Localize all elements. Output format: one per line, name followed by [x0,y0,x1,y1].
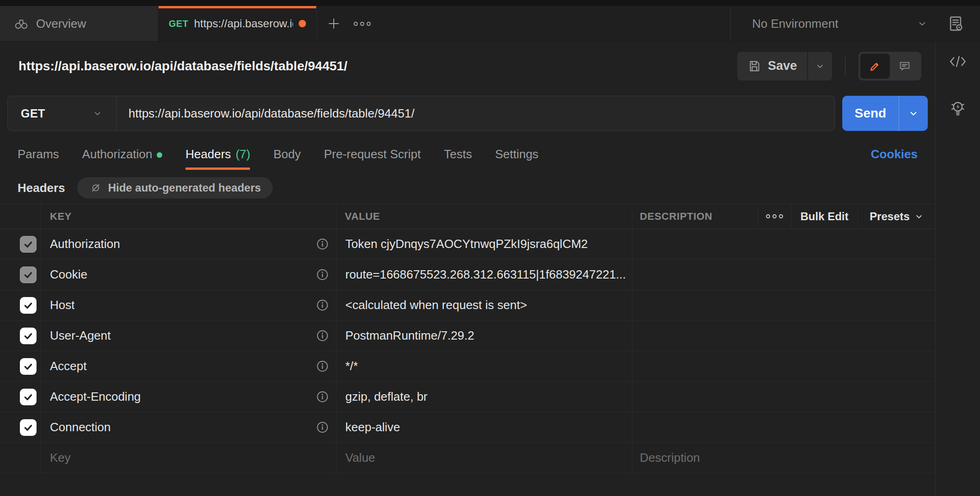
info-icon [316,238,329,250]
header-value: <calculated when request is sent> [345,298,527,312]
postman-app: Overview GET https://api.baserow.io/a No… [0,0,980,496]
header-row-user-agent: User-Agent PostmanRuntime/7.29.2 [0,321,935,351]
tab-label: Authorization [82,147,153,161]
info-icon [316,421,329,434]
header-value: keep-alive [345,420,400,434]
save-options-button[interactable] [808,52,832,81]
save-button[interactable]: Save [737,52,807,81]
row-checkbox[interactable] [20,297,37,314]
row-value-cell[interactable]: */* [337,351,632,381]
row-value-cell[interactable]: PostmanRuntime/7.29.2 [337,321,632,351]
tab-overview[interactable]: Overview [0,6,159,41]
tab-request-active[interactable]: GET https://api.baserow.io/a [159,6,317,41]
send-button[interactable]: Send [842,96,899,131]
save-icon [747,59,761,73]
row-description-cell[interactable] [632,382,935,412]
row-value-cell[interactable]: Token cjyDnqys7AOCYtnwqPZkI9jsra6qlCM2 [337,229,632,259]
checkmark-icon [23,239,34,250]
hide-auto-headers-label: Hide auto-generated headers [108,181,261,194]
row-key-cell[interactable]: User-Agent [41,321,337,351]
tab-params[interactable]: Params [18,136,59,172]
row-description-cell[interactable] [632,229,935,259]
header-key: Connection [50,420,111,434]
row-checkbox[interactable] [20,419,37,436]
row-value-cell[interactable]: gzip, deflate, br [337,382,632,412]
row-key-cell[interactable]: Accept-Encoding [41,382,337,412]
checkmark-icon [23,269,34,280]
send-options-button[interactable] [899,96,928,131]
overview-tab-label: Overview [36,17,86,31]
headers-table-body: Authorization Token cjyDnqys7AOCYtnwqPZk… [0,229,935,443]
save-button-label: Save [768,59,797,73]
row-checkbox[interactable] [20,236,37,253]
row-checkbox[interactable] [20,328,37,344]
request-url-field: GET [7,96,835,131]
row-description-cell [632,443,935,473]
request-tab-method: GET [169,19,189,29]
row-value-cell[interactable]: route=1668675523.268.312.663115|1f683924… [337,260,632,290]
header-key: Accept [50,359,87,373]
tab-label: Body [273,147,300,161]
divider [845,56,845,77]
row-key-cell[interactable]: Connection [41,412,337,442]
comments-button[interactable] [890,54,919,79]
tab-label: Headers [185,147,231,161]
presets-dropdown[interactable]: Presets [858,204,935,229]
doc-comments-toggle [858,52,921,81]
row-key-cell[interactable]: Accept [41,351,337,381]
tab-tests[interactable]: Tests [444,136,472,172]
row-checkbox[interactable] [20,358,37,375]
header-row-accept: Accept */* [0,351,935,382]
row-description-cell[interactable] [632,351,935,381]
url-input[interactable] [116,96,834,130]
info-icon [316,268,329,281]
tab-authorization[interactable]: Authorization [82,136,163,172]
header-key: Cookie [50,267,87,282]
new-value-input[interactable] [345,443,618,473]
pm-assistant-button[interactable] [948,98,968,118]
hide-auto-headers-toggle[interactable]: Hide auto-generated headers [77,177,273,198]
cookies-link[interactable]: Cookies [871,147,918,161]
row-key-cell[interactable]: Host [41,290,337,320]
lightbulb-icon [948,98,968,118]
header-row-host: Host <calculated when request is sent> [0,290,935,321]
row-description-cell[interactable] [632,321,935,351]
column-options-button[interactable] [758,204,791,229]
row-value-cell[interactable]: keep-alive [337,412,632,442]
tab-pre-request-script[interactable]: Pre-request Script [324,136,421,172]
title-controls: Save [737,52,921,81]
request-title-row: https://api.baserow.io/api/database/fiel… [0,42,935,90]
tab-options-button[interactable] [349,6,375,41]
row-description-cell[interactable] [632,290,935,320]
new-description-input[interactable] [640,443,920,473]
row-check-cell [0,351,41,381]
environment-quick-look-button[interactable] [947,14,965,33]
row-checkbox[interactable] [20,267,37,283]
header-key: User-Agent [50,329,111,343]
header-key: Host [50,298,74,312]
edit-mode-button[interactable] [860,54,890,79]
chevron-down-icon [92,108,103,119]
info-icon [316,299,329,311]
new-tab-button[interactable] [323,6,344,41]
chevron-down-icon [815,61,826,72]
request-title: https://api.baserow.io/api/database/fiel… [18,59,737,74]
new-key-input[interactable] [50,443,315,473]
bulk-edit-button[interactable]: Bulk Edit [791,204,858,229]
code-snippet-button[interactable] [949,54,967,69]
row-key-cell[interactable]: Cookie [41,260,337,290]
environment-dropdown-button[interactable] [916,18,928,30]
row-description-cell[interactable] [632,260,935,290]
more-icon [766,214,783,218]
row-check-cell [0,382,41,412]
row-checkbox[interactable] [20,389,37,405]
tab-body[interactable]: Body [273,136,300,172]
row-key-cell [41,443,337,473]
environment-selector[interactable]: No Environment [752,17,838,31]
tab-settings[interactable]: Settings [495,136,539,172]
method-selector[interactable]: GET [8,96,116,130]
tab-headers[interactable]: Headers (7) [185,136,250,172]
row-description-cell[interactable] [632,412,935,442]
row-value-cell[interactable]: <calculated when request is sent> [337,290,632,320]
row-key-cell[interactable]: Authorization [41,229,337,259]
